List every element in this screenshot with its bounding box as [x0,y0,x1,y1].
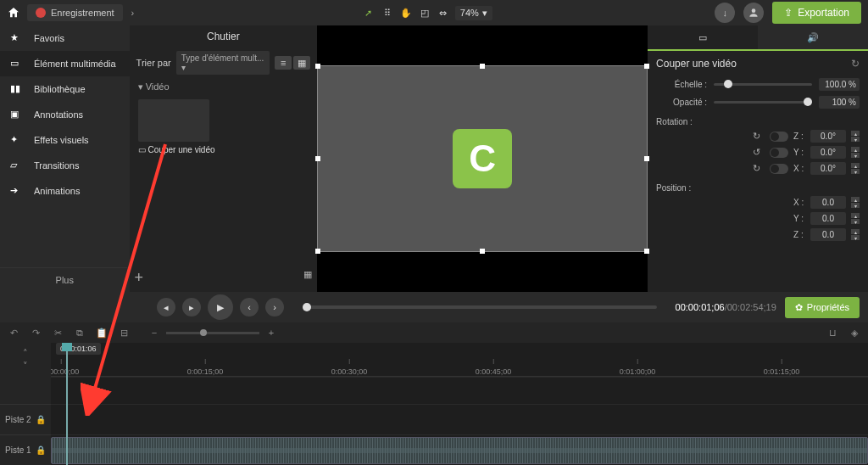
track-1-header[interactable]: Piste 1🔒 [0,434,51,465]
rot-x-toggle[interactable] [770,164,788,174]
resize-handle[interactable] [315,249,320,254]
resize-handle[interactable] [480,249,485,254]
copy-icon[interactable]: ⧉ [73,328,86,339]
spin-up[interactable]: ▴ [851,163,860,168]
spin-up[interactable]: ▴ [851,213,860,218]
camtasia-logo-icon: C [453,129,512,188]
paste-icon[interactable]: 📋 [95,328,108,339]
reset-icon[interactable]: ↻ [851,58,860,70]
resize-handle[interactable] [480,64,485,69]
rot-y-toggle[interactable] [770,148,788,158]
pan-tool-icon[interactable]: ⇔ [437,6,450,20]
spin-down[interactable]: ▾ [851,137,860,142]
playhead[interactable] [66,343,68,465]
track-2-header[interactable]: Piste 2🔒 [0,404,51,434]
audio-tab[interactable]: 🔊 [758,25,868,49]
rotate-x-icon[interactable]: ↻ [753,163,765,174]
video-tab-icon: ▭ [698,32,707,43]
user-avatar-icon[interactable] [743,3,764,23]
redo-icon[interactable]: ↷ [29,328,42,339]
sidebar-more[interactable]: Plus [0,267,130,292]
sort-label: Trier par [136,58,171,68]
track-2[interactable] [51,404,868,434]
sidebar-item-media[interactable]: ▭Élément multimédia [0,51,130,76]
add-media-button[interactable]: + [135,269,144,287]
media-clip[interactable]: ▭Couper une vidéo [138,99,309,154]
forward-button[interactable]: › [265,298,284,317]
arrow-icon: ➔ [10,185,25,197]
prev-frame-button[interactable]: ◂ [157,298,175,317]
spin-up[interactable]: ▴ [851,131,860,136]
lock-icon[interactable]: 🔒 [36,445,46,455]
scrub-bar[interactable] [303,305,657,309]
spin-up[interactable]: ▴ [851,197,860,202]
clip-thumbnail [138,99,209,142]
sidebar-item-effects[interactable]: ✦Effets visuels [0,127,130,153]
export-button[interactable]: ⇪ Exportation [772,2,861,24]
timeline-clip[interactable] [51,437,868,464]
expand-down-icon[interactable]: ˅ [23,361,28,372]
resize-handle[interactable] [644,156,649,161]
properties-button[interactable]: ✿Propriétés [785,297,860,318]
scale-slider[interactable] [714,83,812,86]
view-toggle-icon[interactable]: ▦ [303,269,312,287]
rotate-z-icon[interactable]: ↻ [753,131,765,142]
group-tool-icon[interactable]: ⠿ [381,6,394,20]
grid-view-icon[interactable]: ▦ [293,56,310,70]
media-icon: ▭ [10,58,25,70]
resize-handle[interactable] [644,64,649,69]
crop-tool-icon[interactable]: ◰ [418,6,431,20]
spin-down[interactable]: ▾ [851,153,860,158]
undo-icon[interactable]: ↶ [7,328,20,339]
play-button[interactable]: ▶ [208,294,233,320]
resize-handle[interactable] [644,249,649,254]
star-icon: ★ [10,32,25,44]
zoom-level[interactable]: 74%▾ [455,6,492,20]
resize-handle[interactable] [315,64,320,69]
hand-tool-icon[interactable]: ✋ [399,6,413,20]
expand-up-icon[interactable]: ˄ [23,348,28,359]
clip-type-icon: ▭ [138,145,146,154]
sidebar-item-favoris[interactable]: ★Favoris [0,25,130,51]
spin-up[interactable]: ▴ [851,147,860,152]
sidebar-item-animations[interactable]: ➔Animations [0,178,130,204]
canvas-area[interactable]: C [317,25,648,292]
sidebar-item-transitions[interactable]: ▱Transitions [0,153,130,178]
split-icon[interactable]: ⊟ [117,328,131,339]
lock-icon[interactable]: 🔒 [36,415,46,424]
track-spacer [51,377,868,404]
resize-handle[interactable] [315,156,320,161]
chevron-right-icon[interactable]: › [126,8,140,18]
canvas-selection[interactable]: C [317,65,648,252]
opacity-slider[interactable] [714,101,812,104]
timeline-zoom-slider[interactable] [166,332,259,334]
download-icon[interactable]: ↓ [715,3,735,23]
video-tab[interactable]: ▭ [648,25,758,49]
rotate-y-icon[interactable]: ↺ [753,147,765,158]
speaker-icon: 🔊 [807,32,819,43]
marker-icon[interactable]: ◈ [848,328,861,339]
spin-down[interactable]: ▾ [851,235,860,240]
sidebar-item-library[interactable]: ▮▮Bibliothèque [0,76,130,102]
rot-z-toggle[interactable] [770,132,788,142]
zoom-out-icon[interactable]: − [147,328,161,338]
record-button[interactable]: Enregistrement [27,4,123,21]
select-tool-icon[interactable]: ➚ [362,6,376,20]
cut-icon[interactable]: ✂ [51,328,64,339]
list-view-icon[interactable]: ≡ [275,56,292,70]
next-frame-button[interactable]: ▸ [182,298,201,317]
home-icon[interactable] [7,6,20,20]
zoom-in-icon[interactable]: + [264,328,278,338]
timeline-ruler[interactable]: 0:00:01:06 0:00:00;00 0:00:15;00 0:00:30… [51,343,868,377]
spin-down[interactable]: ▾ [851,169,860,174]
sidebar-item-annotations[interactable]: ▣Annotations [0,102,130,127]
spin-down[interactable]: ▾ [851,203,860,208]
track-1[interactable] [51,434,868,465]
back-button[interactable]: ‹ [240,298,259,317]
sort-select[interactable]: Type d'élément mult... ▾ [176,51,270,75]
magnet-icon[interactable]: ⊔ [826,328,839,339]
svg-point-0 [752,8,756,13]
spin-up[interactable]: ▴ [851,229,860,234]
timecode: 00:00:01;06/00:02:54;19 [676,302,776,312]
spin-down[interactable]: ▾ [851,219,860,224]
